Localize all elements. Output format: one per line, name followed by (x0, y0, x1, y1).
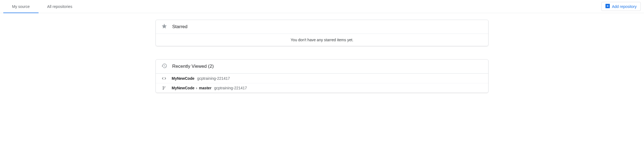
add-repository-label: Add repository (612, 4, 637, 9)
tab-label: All repositories (47, 4, 72, 9)
item-name: MyNewCode (172, 76, 194, 81)
item-name: MyNewCode › master (172, 86, 213, 90)
list-item[interactable]: MyNewCode › master gcptraining-221417 (156, 83, 488, 93)
starred-title: Starred (172, 24, 188, 30)
topbar: My source All repositories Add repositor… (0, 0, 644, 13)
tabs: My source All repositories (3, 0, 81, 13)
tab-my-source[interactable]: My source (3, 0, 39, 13)
item-project: gcptraining-221417 (214, 86, 247, 90)
recently-viewed-card: Recently Viewed (2) MyNewCode gcptrainin… (156, 59, 488, 93)
starred-header: Starred (156, 20, 488, 34)
recently-viewed-header: Recently Viewed (2) (156, 60, 488, 73)
recently-viewed-title: Recently Viewed (2) (172, 64, 214, 69)
add-icon (605, 4, 610, 9)
content: Starred You don't have any starred items… (151, 20, 493, 93)
tab-all-repositories[interactable]: All repositories (39, 0, 81, 13)
star-icon (161, 23, 167, 30)
tab-label: My source (12, 4, 30, 9)
starred-empty-text: You don't have any starred items yet. (156, 34, 488, 46)
list-item[interactable]: MyNewCode gcptraining-221417 (156, 73, 488, 83)
history-icon (161, 63, 167, 70)
repo-icon (161, 76, 167, 81)
starred-card: Starred You don't have any starred items… (156, 20, 488, 46)
item-project: gcptraining-221417 (197, 76, 230, 81)
add-repository-button[interactable]: Add repository (601, 2, 641, 11)
branch-icon (161, 86, 167, 90)
